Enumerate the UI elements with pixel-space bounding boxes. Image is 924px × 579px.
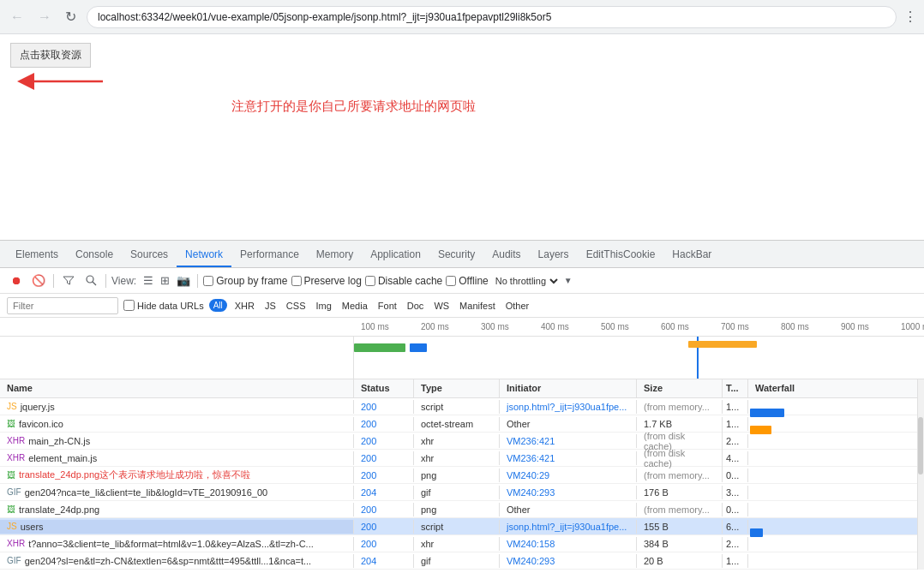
view-capture-button[interactable]: 📷 [175,272,192,289]
disable-cache-checkbox[interactable] [365,276,375,286]
row-initiator-jquery[interactable]: jsonp.html?_ijt=j930ua1fpe... [500,400,637,414]
filter-ws[interactable]: WS [431,300,452,312]
filter-doc[interactable]: Doc [405,300,427,312]
row-initiator-gen204-1[interactable]: VM240:293 [500,486,637,499]
hide-data-urls-label[interactable]: Hide data URLs [123,300,204,311]
scrollbar[interactable] [917,379,924,570]
table-row[interactable]: 🖼 translate_24dp.png这个表示请求地址成功啦，惊喜不啦 200… [0,467,924,484]
tab-hackbar[interactable]: HackBar [663,243,720,267]
row-initiator-main-zh[interactable]: VM236:421 [500,434,637,448]
filter-input[interactable] [7,297,118,314]
row-size-element: (from disk cache) [637,446,723,470]
table-row[interactable]: GIF gen204?nca=te_li&client=te_lib&logId… [0,484,924,501]
tab-editthiscookie[interactable]: EditThisCookie [578,243,664,267]
filter-other[interactable]: Other [503,300,532,312]
header-time[interactable]: T... [723,379,748,397]
back-button[interactable]: ← [7,6,27,28]
throttle-dropdown-icon: ▼ [564,276,573,285]
table-row[interactable]: XHR element_main.js 200 xhr VM236:421 (f… [0,450,924,467]
filter-manifest[interactable]: Manifest [457,300,498,312]
file-icon-gif: GIF [7,487,21,497]
scrollbar-thumb[interactable] [918,417,923,475]
tab-memory[interactable]: Memory [308,243,362,267]
ruler-mark-600: 600 ms [661,322,721,331]
header-status[interactable]: Status [354,379,414,397]
preserve-log-checkbox[interactable] [291,276,302,286]
table-row[interactable]: XHR main_zh-CN.js 200 xhr VM236:421 (fro… [0,433,924,450]
row-type-gen204-2: gif [414,554,500,568]
row-type-element: xhr [414,451,500,465]
header-waterfall[interactable]: Waterfall [748,379,924,397]
row-initiator-element[interactable]: VM236:421 [500,451,637,465]
table-row[interactable]: JS jquery.js 200 script jsonp.html?_ijt=… [0,398,924,415]
row-initiator-gen204-2[interactable]: VM240:293 [500,554,637,568]
file-icon-img: 🖼 [7,504,15,514]
filter-css[interactable]: CSS [284,300,309,312]
tab-security[interactable]: Security [429,243,483,267]
preserve-log-label[interactable]: Preserve log [291,275,362,287]
tab-application[interactable]: Application [362,243,429,267]
row-type-favicon: octet-stream [414,417,500,431]
row-name-favicon: 🖼 favicon.ico [0,417,354,431]
tab-sources[interactable]: Sources [122,243,177,267]
search-icon-button[interactable] [81,272,100,290]
view-list-button[interactable]: ☰ [141,272,155,289]
table-row[interactable]: GIF gen204?sl=en&tl=zh-CN&textlen=6&sp=n… [0,552,924,570]
filter-media[interactable]: Media [339,300,370,312]
table-row[interactable]: JS users 200 script jsonp.html?_ijt=j930… [0,518,924,535]
tab-elements[interactable]: Elements [7,243,67,267]
record-button[interactable]: ⏺ [7,272,26,290]
filter-img[interactable]: Img [313,300,333,312]
tab-console[interactable]: Console [67,243,122,267]
table-row[interactable]: 🖼 translate_24dp.png 200 png Other (from… [0,501,924,518]
forward-button[interactable]: → [34,6,55,28]
filter-font[interactable]: Font [375,300,399,312]
row-size-translate-2: (from memory... [637,503,723,516]
row-filename: t?anno=3&client=te_lib&format=html&v=1.0… [28,539,314,549]
table-row[interactable]: 🖼 favicon.ico 200 octet-stream Other 1.7… [0,415,924,433]
file-icon-gif: GIF [7,556,21,565]
all-filter-badge[interactable]: All [209,299,227,312]
row-name-element-main: XHR element_main.js [0,451,354,465]
row-type-users: script [414,520,500,534]
row-initiator-users[interactable]: jsonp.html?_ijt=j930ua1fpe... [500,520,637,534]
row-time-tanno: 2... [723,537,748,551]
clear-button[interactable]: 🚫 [29,272,48,290]
extension-icon[interactable]: ⋮ [903,9,917,25]
tab-audits[interactable]: Audits [483,243,529,267]
header-initiator[interactable]: Initiator [500,379,637,397]
view-grid-button[interactable]: ⊞ [159,272,171,289]
filter-xhr[interactable]: XHR [232,300,257,312]
hide-data-urls-text: Hide data URLs [137,301,204,311]
ruler-mark-800: 800 ms [781,322,841,331]
tab-network[interactable]: Network [177,243,231,267]
disable-cache-label[interactable]: Disable cache [365,275,442,287]
throttle-select[interactable]: No throttling Fast 3G Slow 3G Offline [492,275,561,287]
wf-bar [750,528,763,537]
file-icon-script: JS [7,402,17,411]
tab-layers[interactable]: Layers [530,243,578,267]
address-bar[interactable] [87,6,897,28]
header-name[interactable]: Name [0,379,354,397]
row-initiator-tanno[interactable]: VM240:158 [500,537,637,551]
row-initiator-translate-2: Other [500,503,637,516]
table-row[interactable]: XHR t?anno=3&client=te_lib&format=html&v… [0,535,924,552]
tab-performance[interactable]: Performance [231,243,308,267]
offline-checkbox[interactable] [446,276,456,286]
reload-button[interactable]: ↻ [62,5,80,28]
header-size[interactable]: Size [637,379,723,397]
ruler-mark-500: 500 ms [601,322,661,331]
header-type[interactable]: Type [414,379,500,397]
hide-data-urls-checkbox[interactable] [123,300,135,311]
filter-js[interactable]: JS [262,300,279,312]
timeline-bar-1 [354,343,405,352]
row-status-favicon: 200 [354,417,414,431]
row-filename: translate_24dp.png [19,504,99,515]
group-by-frame-checkbox[interactable] [203,276,213,286]
network-table: Name Status Type Initiator Size T... Wat… [0,379,924,570]
row-initiator-translate[interactable]: VM240:29 [500,469,637,482]
group-by-frame-label[interactable]: Group by frame [203,275,287,287]
filter-icon-button[interactable] [59,272,78,290]
row-filename: gen204?sl=en&tl=zh-CN&textlen=6&sp=nmt&t… [25,556,312,566]
offline-label[interactable]: Offline [446,275,488,287]
